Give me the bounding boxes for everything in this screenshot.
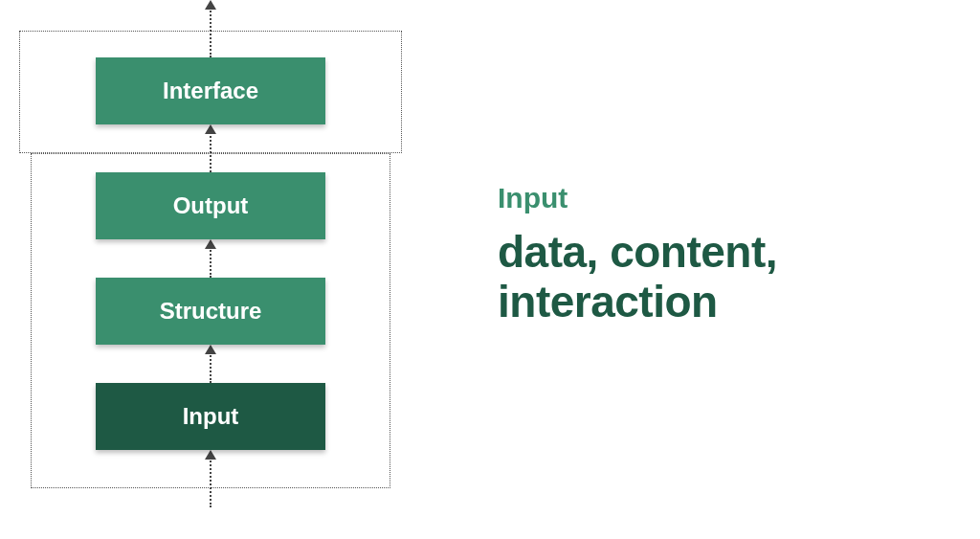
box-label: Input bbox=[183, 403, 239, 430]
arrow-structure-to-output-icon bbox=[209, 239, 212, 278]
box-label: Output bbox=[173, 192, 249, 219]
box-structure: Structure bbox=[96, 278, 325, 345]
box-output: Output bbox=[96, 172, 325, 239]
description-panel: Input data, content, interaction bbox=[498, 182, 957, 326]
box-label: Structure bbox=[160, 298, 262, 325]
arrow-in-bottom-icon bbox=[209, 450, 212, 507]
box-input: Input bbox=[96, 383, 325, 450]
slide: Interface Output Structure Input Input d… bbox=[0, 0, 980, 539]
layer-diagram: Interface Output Structure Input bbox=[19, 0, 402, 539]
arrow-out-top-icon bbox=[209, 0, 212, 57]
description-heading: Input bbox=[498, 182, 957, 214]
description-body: data, content, interaction bbox=[498, 228, 957, 326]
box-label: Interface bbox=[163, 78, 258, 104]
arrow-input-to-structure-icon bbox=[209, 345, 212, 383]
arrow-output-to-interface-icon bbox=[209, 124, 212, 172]
box-interface: Interface bbox=[96, 57, 325, 124]
